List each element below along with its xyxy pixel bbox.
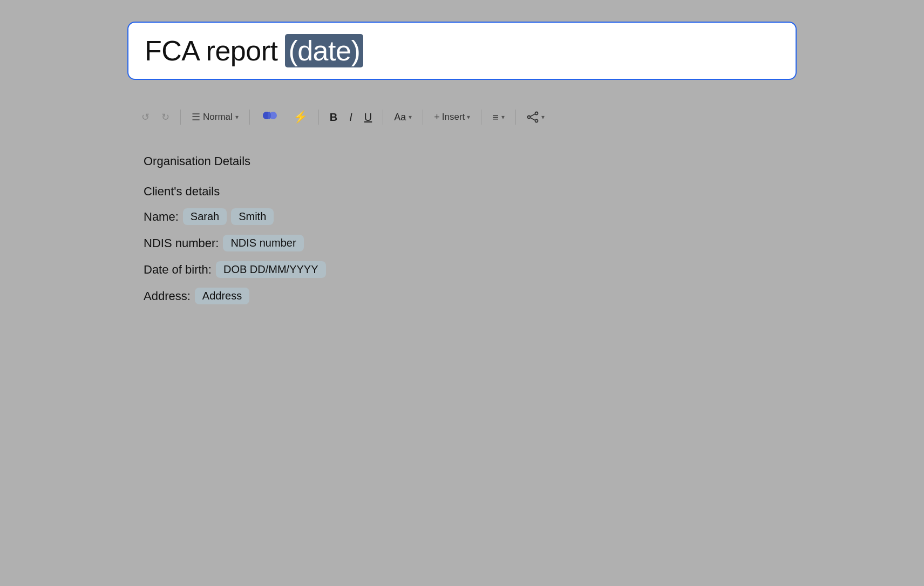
font-icon: Aa [394,112,406,123]
divider-1 [180,110,181,125]
divider-6 [481,110,481,125]
toolbar-font-group: Aa ▾ [391,110,415,125]
underline-icon: U [364,111,372,124]
insert-chevron-icon: ▾ [467,113,470,121]
underline-button[interactable]: U [361,109,375,126]
divider-2 [249,110,250,125]
style-chevron-icon: ▾ [235,113,239,121]
document-title: FCA report (date) [145,34,363,67]
content-area: Organisation Details Client's details Na… [127,149,797,319]
dob-tag[interactable]: DOB DD/MM/YYYY [216,261,326,278]
list-align-icon: ☰ [192,111,200,123]
toolbar-share-group: ▾ [524,109,548,125]
undo-button[interactable]: ↺ [138,109,153,125]
toolbar-format-group: B I U [327,109,375,126]
insert-label: Insert [442,112,465,122]
name-label: Name: [144,210,179,224]
ai-users-button[interactable] [257,108,284,126]
font-chevron-icon: ▾ [409,113,412,121]
toolbar: ↺ ↻ ☰ Normal ▾ ⚡ [127,101,797,133]
toolbar-history-group: ↺ ↻ [138,109,173,125]
svg-point-5 [535,120,538,122]
divider-3 [318,110,319,125]
bold-button[interactable]: B [327,109,341,126]
font-size-button[interactable]: Aa ▾ [391,110,415,125]
title-bar: FCA report (date) [127,22,797,80]
ndis-label: NDIS number: [144,236,219,250]
list-chevron-icon: ▾ [501,113,505,121]
redo-icon: ↻ [161,111,169,123]
ndis-field-row: NDIS number: NDIS number [144,235,780,251]
list-format-button[interactable]: ≡ ▾ [489,109,508,126]
dob-label: Date of birth: [144,263,212,277]
name-last-tag[interactable]: Smith [231,208,274,225]
redo-button[interactable]: ↻ [158,109,173,125]
insert-button[interactable]: + Insert ▾ [431,110,473,125]
svg-point-4 [535,112,538,115]
divider-7 [515,110,516,125]
share-chevron-icon: ▾ [541,113,545,121]
toolbar-insert-group: + Insert ▾ [431,110,473,125]
title-prefix: FCA report [145,35,285,66]
name-first-tag[interactable]: Sarah [183,208,227,225]
organisation-details-heading: Organisation Details [144,154,780,168]
dob-field-row: Date of birth: DOB DD/MM/YYYY [144,261,780,278]
toolbar-ai-group: ⚡ [257,108,311,126]
svg-point-3 [268,112,271,119]
name-field-row: Name: Sarah Smith [144,208,780,225]
italic-icon: I [349,111,352,124]
address-label: Address: [144,289,191,303]
undo-icon: ↺ [141,111,150,123]
toolbar-list-group: ≡ ▾ [489,109,508,126]
svg-line-7 [530,114,535,117]
paragraph-style-button[interactable]: ☰ Normal ▾ [188,109,242,125]
flash-icon: ⚡ [293,110,308,124]
toolbar-style-group: ☰ Normal ▾ [188,109,242,125]
svg-point-6 [528,116,531,119]
italic-button[interactable]: I [346,109,356,126]
share-icon [527,111,539,123]
clients-details-heading: Client's details [144,185,780,199]
ndis-tag[interactable]: NDIS number [223,235,303,251]
divider-4 [383,110,383,125]
share-button[interactable]: ▾ [524,109,548,125]
divider-5 [423,110,423,125]
address-tag[interactable]: Address [195,288,249,304]
flash-button[interactable]: ⚡ [290,108,311,126]
address-field-row: Address: Address [144,288,780,304]
list-icon: ≡ [492,111,499,124]
title-date-tag: (date) [285,34,363,67]
plus-icon: + [434,112,440,123]
users-icon [261,110,281,124]
bold-icon: B [330,111,337,124]
style-label: Normal [203,112,233,122]
svg-line-8 [530,118,535,120]
